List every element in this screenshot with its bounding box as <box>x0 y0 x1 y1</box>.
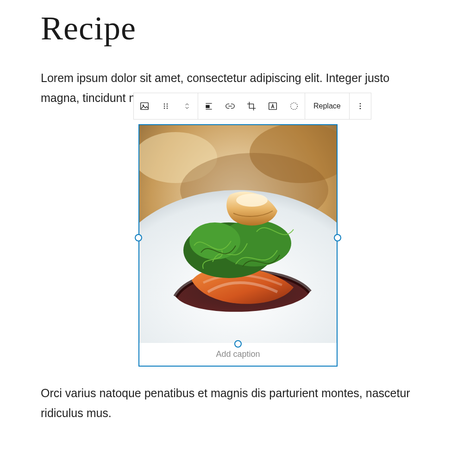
resize-handle-right[interactable] <box>334 234 341 241</box>
drag-icon[interactable] <box>155 93 176 119</box>
svg-point-22 <box>291 103 298 110</box>
crop-icon[interactable] <box>241 93 262 119</box>
paragraph-2: Orci varius natoque penatibus et magnis … <box>41 383 420 423</box>
image-icon[interactable] <box>134 93 155 119</box>
svg-point-14 <box>167 106 168 107</box>
svg-point-23 <box>359 103 361 104</box>
image-block-photo[interactable] <box>139 125 337 343</box>
move-updown-icon[interactable] <box>176 93 198 119</box>
svg-rect-18 <box>206 105 209 108</box>
align-icon[interactable] <box>198 93 219 119</box>
svg-point-11 <box>164 103 165 104</box>
svg-point-15 <box>164 108 165 108</box>
link-icon[interactable] <box>219 93 241 119</box>
block-toolbar: Replace <box>133 93 371 120</box>
svg-point-13 <box>164 106 165 107</box>
svg-point-7 <box>189 222 240 260</box>
page-title: Recipe <box>41 9 435 48</box>
replace-button[interactable]: Replace <box>305 93 349 119</box>
svg-point-16 <box>167 108 168 108</box>
more-vertical-icon[interactable] <box>350 93 371 119</box>
svg-point-8 <box>236 194 268 207</box>
image-block[interactable]: Add caption <box>138 124 338 367</box>
duotone-icon[interactable] <box>283 93 305 119</box>
svg-point-24 <box>359 106 361 107</box>
text-overlay-icon[interactable] <box>262 93 283 119</box>
resize-handle-bottom[interactable] <box>234 340 242 348</box>
resize-handle-left[interactable] <box>135 234 142 241</box>
svg-rect-9 <box>141 103 149 110</box>
svg-point-25 <box>359 108 361 109</box>
svg-point-12 <box>167 103 168 104</box>
